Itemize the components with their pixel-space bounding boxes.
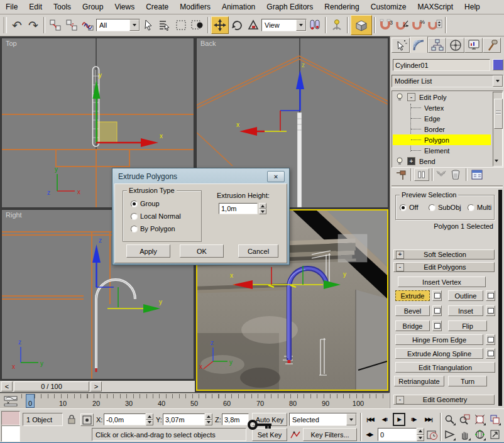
bulb-icon[interactable] xyxy=(396,157,403,166)
extrusion-type-by-polygon-radio[interactable]: By Polygon xyxy=(131,225,175,232)
window-crossing-toggle-button[interactable] xyxy=(189,17,205,33)
current-frame-spinner[interactable] xyxy=(417,428,424,441)
zoom-button[interactable] xyxy=(442,413,456,426)
stack-item-bend[interactable]: + Bend xyxy=(393,156,491,167)
next-frame-button[interactable]: ‖▶ xyxy=(407,413,420,426)
stack-item-element[interactable]: Element xyxy=(393,145,491,156)
menu-modifiers[interactable]: Modifiers xyxy=(174,1,216,13)
menu-views[interactable]: Views xyxy=(109,1,140,13)
zoom-extents-all-button[interactable] xyxy=(488,413,501,426)
extrude-settings-button[interactable] xyxy=(432,290,442,301)
extrusion-type-group-radio[interactable]: Group xyxy=(131,200,160,207)
expand-box[interactable]: + xyxy=(407,157,415,165)
tab-modify[interactable] xyxy=(410,36,428,53)
track-bar-ruler[interactable]: 0 10 20 30 40 50 60 70 80 90 100 xyxy=(21,394,386,408)
key-mode-toggle-button[interactable]: ◀▶ xyxy=(363,428,376,441)
viewport-back-label[interactable]: Back xyxy=(200,40,216,47)
snaps-toggle-button[interactable]: 3 xyxy=(378,17,394,33)
remove-modifier-button[interactable] xyxy=(451,169,461,180)
key-filters-button[interactable]: Key Filters... xyxy=(303,428,357,441)
selection-filter-dropdown[interactable]: All xyxy=(96,19,140,31)
select-and-rotate-button[interactable] xyxy=(229,17,245,33)
stack-item-edit-poly[interactable]: - Edit Poly xyxy=(393,92,491,102)
stack-item-border[interactable]: Border xyxy=(393,124,491,134)
dialog-close-button[interactable]: × xyxy=(267,171,285,182)
menu-tools[interactable]: Tools xyxy=(48,1,77,13)
time-slider-prev-button[interactable]: < xyxy=(1,381,13,391)
select-object-button[interactable] xyxy=(140,17,156,33)
select-by-name-button[interactable] xyxy=(156,17,173,33)
redo-button[interactable]: ↷ xyxy=(25,17,41,33)
turn-button[interactable]: Turn xyxy=(448,376,487,386)
spinner-snap-toggle-button[interactable] xyxy=(427,17,443,33)
dialog-title-bar[interactable]: Extrude Polygons × xyxy=(114,170,287,183)
extrusion-type-local-normal-radio[interactable]: Local Normal xyxy=(131,212,181,220)
viewport-right-label[interactable]: Right xyxy=(6,211,22,219)
menu-graph-editors[interactable]: Graph Editors xyxy=(261,1,319,13)
arc-rotate-button[interactable] xyxy=(473,428,486,441)
open-mini-curve-editor-button[interactable] xyxy=(3,395,19,407)
time-slider-next-button[interactable]: > xyxy=(90,381,102,391)
x-coordinate-spinner[interactable] xyxy=(146,413,153,425)
apply-button[interactable]: Apply xyxy=(126,244,170,258)
time-configuration-button[interactable] xyxy=(427,429,438,440)
stack-item-edge[interactable]: Edge xyxy=(393,113,491,124)
pan-button[interactable] xyxy=(457,428,471,441)
select-and-manipulate-button[interactable] xyxy=(329,17,345,33)
menu-help[interactable]: Help xyxy=(459,1,486,13)
min-max-toggle-button[interactable] xyxy=(488,428,501,441)
selection-lock-toggle[interactable] xyxy=(67,413,77,425)
menu-rendering[interactable]: Rendering xyxy=(319,1,364,13)
rollout-edit-polygons[interactable]: -Edit Polygons xyxy=(393,262,495,272)
select-and-scale-button[interactable] xyxy=(245,17,261,33)
y-coordinate-field[interactable]: 3,07m xyxy=(163,413,205,425)
object-name-field[interactable]: Cylinder01 xyxy=(393,59,490,71)
play-button[interactable]: ▶ xyxy=(393,413,405,426)
modifier-list-dropdown[interactable]: Modifier List xyxy=(392,75,503,87)
go-to-end-button[interactable]: ▶▶| xyxy=(422,413,436,426)
maxscript-mini-listener-macro[interactable] xyxy=(1,411,20,425)
bevel-button[interactable]: Bevel xyxy=(395,305,430,316)
y-coordinate-spinner[interactable] xyxy=(205,413,212,425)
inset-settings-button[interactable] xyxy=(486,305,495,316)
cancel-button[interactable]: Cancel xyxy=(238,244,278,258)
tab-display[interactable] xyxy=(464,38,483,53)
undo-button[interactable]: ↶ xyxy=(9,17,25,33)
retriangulate-button[interactable]: Retriangulate xyxy=(394,376,444,386)
ok-button[interactable]: OK xyxy=(180,244,224,258)
object-color-swatch[interactable] xyxy=(493,59,503,70)
collapse-box[interactable]: - xyxy=(407,93,415,101)
x-coordinate-field[interactable]: -0,0m xyxy=(104,413,146,425)
select-and-link-button[interactable] xyxy=(47,17,63,33)
menu-group[interactable]: Group xyxy=(77,1,109,13)
insert-vertex-button[interactable]: Insert Vertex xyxy=(398,276,486,287)
panel-scrollbar[interactable] xyxy=(498,190,502,406)
angle-snap-toggle-button[interactable] xyxy=(394,17,410,33)
tab-hierarchy[interactable] xyxy=(428,38,446,53)
menu-create[interactable]: Create xyxy=(140,1,174,13)
bulb-icon[interactable] xyxy=(396,93,403,102)
stack-item-polygon-selected[interactable]: Polygon xyxy=(393,134,491,145)
extrude-button[interactable]: Extrude xyxy=(395,290,430,301)
field-of-view-button[interactable] xyxy=(442,428,456,441)
menu-customize[interactable]: Customize xyxy=(365,1,412,13)
menu-maxscript[interactable]: MAXScript xyxy=(412,1,459,13)
flip-button[interactable]: Flip xyxy=(448,320,487,331)
bridge-settings-button[interactable] xyxy=(432,320,442,331)
current-frame-field[interactable]: 0 xyxy=(378,428,417,441)
track-bar[interactable]: 0 10 20 30 40 50 60 70 80 90 100 xyxy=(0,393,389,408)
absolute-mode-transform-toggle[interactable] xyxy=(80,413,94,426)
inset-button[interactable]: Inset xyxy=(448,305,483,316)
configure-modifier-sets-button[interactable] xyxy=(471,169,483,180)
menu-animation[interactable]: Animation xyxy=(216,1,261,13)
menu-edit[interactable]: Edit xyxy=(23,1,48,13)
outline-button[interactable]: Outline xyxy=(448,290,483,301)
unlink-selection-button[interactable] xyxy=(63,17,80,33)
preview-subobj-radio[interactable]: SubObj xyxy=(429,204,461,211)
bridge-button[interactable]: Bridge xyxy=(395,320,430,331)
scrollbar-down-arrow[interactable] xyxy=(495,158,498,164)
previous-frame-button[interactable]: ◀‖ xyxy=(378,413,391,426)
bevel-settings-button[interactable] xyxy=(432,305,442,316)
menu-file[interactable]: File xyxy=(0,1,23,13)
outline-settings-button[interactable] xyxy=(486,290,495,301)
